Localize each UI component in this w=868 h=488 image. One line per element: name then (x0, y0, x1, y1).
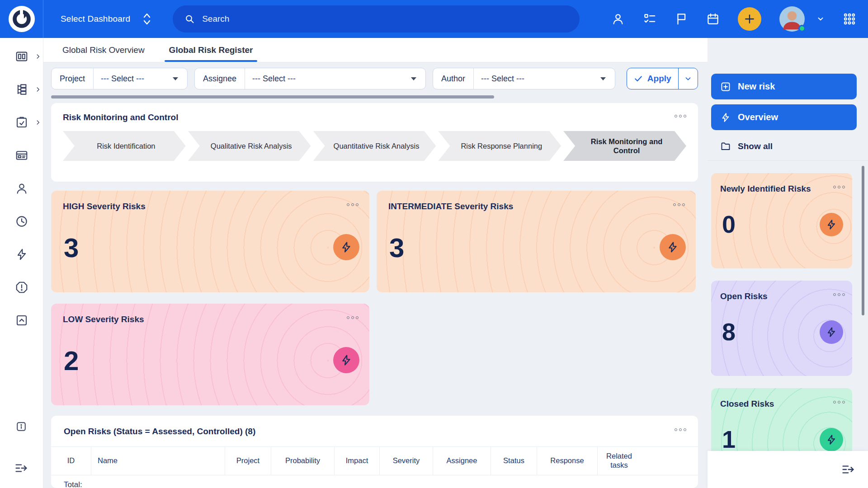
card-intermediate-severity-risks[interactable]: INTERMEDIATE Severity Risks 3 (377, 191, 696, 292)
severity-card-title: HIGH Severity Risks (63, 202, 358, 211)
process-step-quantitative-risk-analysis[interactable]: Quantitative Risk Analysis (313, 131, 436, 161)
search-icon (184, 14, 195, 24)
sidebar-collapse-button[interactable] (14, 461, 28, 477)
apply-button[interactable]: Apply (627, 68, 678, 89)
process-step-risk-monitoring-and-control[interactable]: Risk Monitoring and Control (563, 131, 686, 161)
lightning-icon (15, 248, 28, 261)
severity-card-title: LOW Severity Risks (63, 314, 358, 324)
dashboard-selector-label[interactable]: Select Dashboard (61, 14, 130, 24)
chevron-right-icon (35, 86, 41, 95)
lightning-badge (660, 234, 686, 260)
calendar-icon[interactable] (706, 12, 720, 26)
sidebar-item-projects[interactable] (0, 116, 43, 129)
column-header-response[interactable]: Response (537, 447, 597, 475)
lightning-icon (666, 241, 679, 253)
table-header-row: IDNameProjectProbabilityImpactSeverityAs… (51, 446, 698, 475)
flag-icon[interactable] (675, 12, 688, 26)
dropdown-arrow-icon (411, 77, 416, 80)
table-total-label: Total: (51, 475, 698, 488)
dropdown-arrow-icon (173, 77, 178, 80)
apply-button-label: Apply (647, 74, 671, 84)
stat-card-title: Closed Risks (720, 399, 843, 409)
sidebar-item-issues[interactable] (0, 281, 43, 294)
stat-card-open-risks[interactable]: Open Risks 8 (711, 281, 852, 376)
clipboard-check-icon (15, 116, 28, 129)
show-all-button[interactable]: Show all (711, 136, 857, 157)
tasks-checklist-icon[interactable] (643, 12, 656, 26)
global-search[interactable] (173, 5, 580, 33)
stat-cards-list: Newly Identified Risks 0 Open Risks 8 Cl… (711, 173, 857, 483)
sidebar-item-boards[interactable] (0, 149, 43, 162)
online-status-dot (798, 25, 806, 32)
logo-icon (8, 5, 36, 33)
card-menu-button[interactable] (675, 115, 686, 117)
dashboard-selector-toggle-icon[interactable] (142, 12, 152, 26)
filter-select[interactable]: --- Select --- (474, 68, 615, 89)
main-column: Global Risk OverviewGlobal Risk Register… (43, 38, 708, 488)
app-logo[interactable] (0, 0, 43, 38)
process-step-qualitative-risk-analysis[interactable]: Qualitative Risk Analysis (188, 131, 311, 161)
column-header-severity[interactable]: Severity (379, 447, 433, 475)
tab-global-risk-overview[interactable]: Global Risk Overview (61, 38, 146, 62)
overview-label: Overview (738, 112, 778, 122)
card-low-severity-risks[interactable]: LOW Severity Risks 2 (51, 304, 369, 405)
stat-card-title: Open Risks (720, 291, 843, 301)
card-menu-button[interactable] (833, 401, 845, 404)
add-new-button[interactable] (738, 7, 761, 31)
people-icon[interactable] (611, 12, 625, 26)
severity-count: 2 (64, 345, 79, 376)
column-header-probability[interactable]: Probability (271, 447, 334, 475)
sidebar-item-structure[interactable] (0, 83, 43, 96)
column-header-id[interactable]: ID (51, 447, 91, 475)
column-header-status[interactable]: Status (491, 447, 537, 475)
search-input[interactable] (202, 14, 568, 24)
column-header-project[interactable]: Project (225, 447, 271, 475)
lightning-badge (820, 428, 843, 451)
stat-card-title: Newly Identified Risks (720, 184, 843, 194)
card-menu-button[interactable] (347, 203, 359, 206)
tab-global-risk-register[interactable]: Global Risk Register (167, 38, 255, 62)
lightning-badge (820, 320, 843, 344)
stat-count: 8 (722, 318, 736, 346)
info-button[interactable] (15, 420, 28, 435)
vertical-scrollbar-thumb[interactable] (862, 166, 864, 315)
horizontal-scrollbar-thumb[interactable] (51, 95, 494, 99)
filter-select[interactable]: --- Select --- (94, 68, 187, 89)
card-high-severity-risks[interactable]: HIGH Severity Risks 3 (51, 191, 369, 292)
card-menu-button[interactable] (833, 186, 845, 188)
new-risk-button[interactable]: New risk (711, 74, 857, 99)
left-sidebar (0, 38, 43, 488)
bottom-right-bar (708, 451, 868, 488)
sidebar-item-people[interactable] (0, 182, 43, 195)
column-header-impact[interactable]: Impact (334, 447, 379, 475)
sidebar-item-releases[interactable] (0, 314, 43, 327)
open-risks-table-card: Open Risks (Status = Assessed, Controlle… (51, 416, 698, 488)
lightning-badge (333, 234, 359, 260)
stat-card-newly-identified-risks[interactable]: Newly Identified Risks 0 (711, 173, 852, 268)
card-menu-button[interactable] (675, 428, 686, 431)
filter-select[interactable]: --- Select --- (245, 68, 425, 89)
check-icon (634, 74, 643, 83)
apps-grid-icon[interactable] (843, 12, 856, 26)
sidebar-item-dashboards[interactable] (0, 50, 43, 63)
process-step-risk-response-planning[interactable]: Risk Response Planning (438, 131, 561, 161)
card-menu-button[interactable] (833, 293, 845, 296)
filter-label: Author (433, 68, 474, 89)
process-step-risk-identification[interactable]: Risk Identification (63, 131, 186, 161)
column-header-assignee[interactable]: Assignee (433, 447, 491, 475)
card-menu-button[interactable] (347, 316, 359, 319)
folder-icon (720, 141, 731, 152)
filter-selected-value: --- Select --- (481, 74, 596, 84)
show-all-label: Show all (738, 141, 773, 151)
card-menu-button[interactable] (673, 203, 685, 206)
column-header-name[interactable]: Name (91, 447, 225, 475)
overview-button[interactable]: Overview (711, 104, 857, 130)
column-header-related-tasks[interactable]: Related tasks (597, 447, 641, 475)
user-avatar[interactable] (779, 6, 805, 32)
chevron-right-icon (35, 53, 41, 62)
sidebar-item-risks[interactable] (0, 248, 43, 261)
sidebar-item-time[interactable] (0, 215, 43, 228)
apply-options-chevron[interactable] (679, 68, 698, 89)
expand-right-icon[interactable] (841, 462, 855, 477)
account-menu-chevron-icon[interactable] (816, 15, 825, 23)
